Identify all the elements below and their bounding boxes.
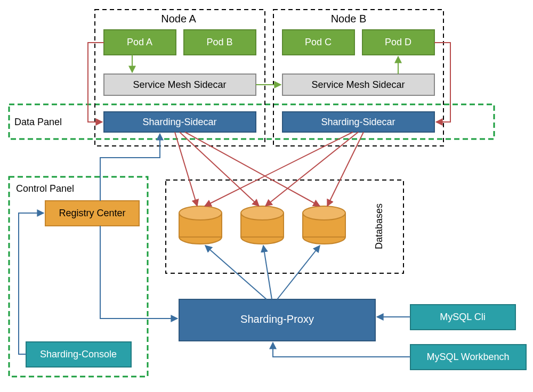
arrow-shard-a-to-db3: [185, 132, 320, 206]
pod-a-label: Pod A: [127, 37, 152, 47]
data-panel-label: Data Panel: [14, 117, 62, 127]
node-a-title: Node A: [161, 13, 196, 24]
arrow-pod-a-to-sharding-a: [88, 43, 104, 122]
arrow-pod-d-to-sharding-b: [434, 43, 450, 122]
control-panel-label: Control Panel: [16, 183, 74, 194]
pod-b-label: Pod B: [206, 37, 232, 47]
sharding-console-label: Sharding-Console: [40, 349, 117, 360]
arrow-console-to-registry: [19, 213, 44, 354]
sharding-proxy-label: Sharding-Proxy: [240, 313, 314, 325]
db-cylinder-2: [241, 206, 284, 244]
arrow-shard-b-to-db3: [327, 132, 364, 206]
arrow-shard-a-to-db2: [180, 132, 259, 206]
arrow-proxy-to-db3: [277, 246, 320, 299]
registry-center-label: Registry Center: [59, 208, 125, 218]
sharding-sidecar-a-label: Sharding-Sidecar: [142, 117, 216, 127]
db-cylinder-3: [303, 206, 345, 244]
svg-point-7: [241, 206, 284, 220]
arrow-registry-to-shard-a: [100, 134, 160, 201]
arrow-proxy-to-db2: [263, 246, 272, 299]
svg-point-3: [179, 206, 222, 220]
pod-c-label: Pod C: [305, 37, 332, 47]
arrow-workbench-to-proxy: [273, 342, 410, 357]
svg-point-11: [303, 206, 345, 220]
mysql-cli-label: MySQL Cli: [440, 312, 485, 322]
databases-label: Databases: [374, 203, 384, 249]
architecture-diagram: Data Panel Control Panel Node A Node B P…: [0, 0, 533, 392]
db-cylinder-1: [179, 206, 222, 244]
sidecar-a-label: Service Mesh Sidecar: [133, 79, 226, 90]
sharding-sidecar-b-label: Sharding-Sidecar: [321, 117, 395, 127]
mysql-workbench-label: MySQL Workbench: [426, 352, 509, 362]
arrow-proxy-to-db1: [205, 246, 266, 299]
node-b-title: Node B: [331, 13, 367, 24]
arrow-shard-a-to-db1: [175, 132, 197, 206]
pod-d-label: Pod D: [385, 37, 411, 47]
sidecar-b-label: Service Mesh Sidecar: [311, 79, 405, 90]
